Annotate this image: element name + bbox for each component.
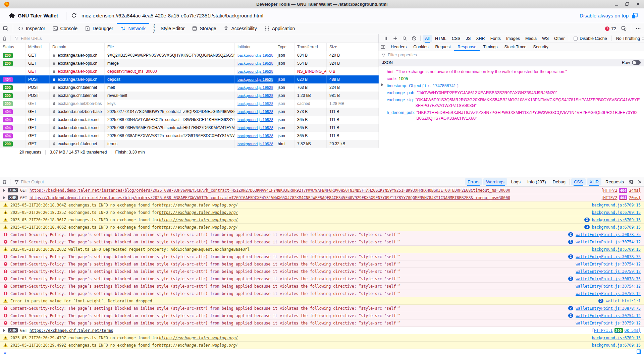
devtools-tab-inspector[interactable]: Inspector (14, 23, 49, 34)
throttling-select[interactable]: No Throttling (613, 36, 644, 41)
console-filter-debug[interactable]: Debug (550, 178, 568, 185)
table-row[interactable]: 404POSTexchange.taler-ops.chdepositbackg… (0, 75, 379, 83)
devtools-tab-accessibility[interactable]: Accessibility (220, 23, 260, 34)
source-link[interactable]: background.js:6709:15 (592, 225, 641, 230)
console-error-message[interactable]: Content-Security-Policy: The page’s sett… (0, 275, 644, 283)
source-link[interactable]: walletEntryPoint.js:30878:75 (576, 232, 641, 237)
source-link[interactable]: walletEntryPoint.js:30878:75 (576, 254, 641, 259)
initiator-link[interactable]: background.js:19528 (237, 59, 273, 67)
source-link[interactable]: walletEntryPoint.js:30754:12 (576, 262, 641, 266)
json-property-row[interactable]: exchange_sig:"GKJ4W6P01S3Q5MR2RG3G20XRMK… (379, 97, 644, 109)
source-link[interactable]: walletEntryPoint.js:30759:12 (576, 269, 641, 274)
request-filter-fonts[interactable]: Fonts (488, 35, 503, 42)
console-filter-info-207[interactable]: Info (207) (525, 178, 549, 185)
initiator-link[interactable]: background.js:19528 (237, 124, 273, 132)
column-header-size[interactable]: Size (327, 43, 379, 51)
source-link[interactable]: background.js:6709:15 (592, 218, 641, 222)
editor-mode-button[interactable] (636, 349, 642, 354)
request-filter-html[interactable]: HTML (433, 35, 449, 42)
console-warning-message[interactable]: 2025-05-21T20:20:18.325Z exchanges.ts IN… (0, 209, 644, 216)
source-link[interactable]: walletEntryPoint.js:30878:75 (576, 277, 641, 281)
console-filter-css[interactable]: CSS (571, 178, 586, 185)
message-link[interactable]: https://exchange.taler.wuplug.org/ (159, 210, 238, 215)
details-tab-timings[interactable]: Timings (480, 43, 501, 51)
initiator-link[interactable]: background.js:19528 (237, 116, 273, 124)
expand-arrow-icon[interactable] (3, 189, 5, 192)
initiator-link[interactable]: background.js:19528 (237, 83, 273, 92)
source-link[interactable]: walletEntryPoint.js:30754:12 (576, 240, 641, 244)
source-link[interactable]: background.js:6709:15 (592, 210, 641, 215)
close-window-button[interactable] (636, 2, 640, 6)
source-link[interactable]: walletEntryPoint.js:30754:12 (576, 284, 641, 289)
console-error-message[interactable]: Content-Security-Policy: The page’s sett… (0, 312, 644, 319)
console-network-message[interactable]: XHRGEThttps://exchange.chf.taler.net/ter… (0, 327, 644, 334)
column-header-status[interactable]: Status (0, 43, 25, 51)
initiator-link[interactable]: background.js:19528 (237, 140, 273, 148)
message-link[interactable]: https://exchange.taler.wuplug.org/ (159, 336, 238, 340)
request-filter-other[interactable]: Other (552, 35, 567, 42)
column-header-initiator[interactable]: Initiator (235, 43, 275, 51)
details-tab-stack-trace[interactable]: Stack Trace (501, 43, 530, 51)
pause-requests-button[interactable] (381, 34, 390, 43)
console-warning-message[interactable]: 2025-05-21T20:20:18.406Z exchanges.ts IN… (0, 224, 644, 231)
disable-always-on-top-link[interactable]: Disable always on top (580, 13, 629, 18)
json-property-row[interactable]: h_denom_pub:"GKK21HE5DBE5SXJRJT8JVZPZX4N… (379, 109, 644, 122)
table-row[interactable]: 200POSTexchange.chf.taler.netreveal-melt… (0, 92, 379, 100)
console-network-message[interactable]: XHRGEThttps://backend.demo.taler.net/ins… (0, 187, 644, 194)
responsive-design-button[interactable] (618, 23, 630, 34)
initiator-link[interactable]: background.js:19528 (237, 51, 273, 59)
devtools-tab-storage[interactable]: Storage (188, 23, 220, 34)
source-link[interactable]: walletEntryPoint.js:30759:12 (576, 291, 641, 296)
console-error-message[interactable]: Content-Security-Policy: The page’s sett… (0, 290, 644, 297)
devtools-menu-button[interactable] (633, 23, 644, 34)
close-console-button[interactable] (635, 177, 644, 187)
initiator-link[interactable]: background.js:19528 (237, 67, 273, 75)
console-filter-errors[interactable]: Errors (465, 178, 482, 185)
column-header-transferred[interactable]: Transferred (294, 43, 327, 51)
console-error-message[interactable]: Content-Security-Policy: The page’s sett… (0, 305, 644, 312)
console-network-message[interactable]: XHRGEThttps://backend.demo.taler.net/ins… (0, 194, 644, 201)
console-input-row[interactable]: » (0, 349, 644, 356)
message-link[interactable]: https://exchange.taler.wuplug.org/ (159, 218, 238, 222)
console-warning-message[interactable]: 2025-05-21T20:20:18.304Z exchanges.ts IN… (0, 201, 644, 209)
table-row[interactable]: 404GETbackend.demo.taler.net2025.088-03H… (0, 124, 379, 132)
request-filter-xhr[interactable]: XHR (474, 35, 487, 42)
initiator-link[interactable]: background.js:19528 (237, 92, 273, 100)
initiator-link[interactable]: background.js:19528 (237, 75, 273, 83)
request-status-link[interactable]: [HTTP/1.1200OK 5ms] (592, 328, 641, 333)
initiator-link[interactable]: background.js:19528 (237, 132, 273, 140)
clear-requests-button[interactable] (0, 34, 9, 43)
console-filter-xhr[interactable]: XHR (587, 178, 601, 185)
console-warning-message[interactable]: 2025-05-21T20:20:18.361Z exchanges.ts IN… (0, 216, 644, 224)
filter-urls-input[interactable] (21, 36, 378, 41)
source-link[interactable]: background.js:6709:15 (592, 203, 641, 207)
details-tab-response[interactable]: Response (454, 43, 480, 51)
clear-console-button[interactable] (0, 177, 9, 187)
expand-arrow-icon[interactable] (381, 83, 383, 86)
details-tab-headers[interactable]: Headers (387, 43, 410, 51)
collapse-details-button[interactable] (379, 43, 387, 51)
filter-output-input[interactable] (21, 180, 243, 184)
request-url-link[interactable]: https://backend.demo.taler.net/instances… (30, 188, 510, 193)
devtools-tab-style-editor[interactable]: { }Style Editor (149, 23, 189, 34)
console-warning-message[interactable]: 2025-05-21T20:20:29.499Z exchanges.ts IN… (0, 342, 644, 349)
minimize-button[interactable] (614, 2, 619, 6)
console-settings-button[interactable] (627, 177, 635, 187)
column-header-file[interactable]: File (105, 43, 235, 51)
always-on-top-icon[interactable] (631, 12, 638, 19)
table-row[interactable]: 200POSTexchange.chf.taler.netmeltbackgro… (0, 83, 379, 92)
source-link[interactable]: walletEntryPoint.js:30878:75 (576, 306, 641, 311)
table-row[interactable]: 404GETbackend.e.netzbon-basel.…2025.027-… (0, 108, 379, 116)
request-status-link[interactable]: [HTTP/240424ms] (601, 188, 641, 193)
console-warning-message[interactable]: 2025-05-21T20:20:28.203Z wallet.ts INFO … (0, 246, 644, 253)
console-error-message[interactable]: Content-Security-Policy: The page’s sett… (0, 253, 644, 260)
source-link[interactable]: wallet.html:1:1 (606, 299, 641, 303)
console-error-message[interactable]: Content-Security-Policy: The page’s sett… (0, 319, 644, 327)
console-error-message[interactable]: Content-Security-Policy: The page’s sett… (0, 231, 644, 238)
request-filter-all[interactable]: All (423, 35, 432, 42)
details-tab-request[interactable]: Request (432, 43, 454, 51)
raw-toggle-switch[interactable] (632, 60, 641, 65)
source-link[interactable]: background.js:6709:15 (592, 343, 641, 348)
request-filter-media[interactable]: Media (523, 35, 539, 42)
source-link[interactable]: walletEntryPoint.js:30754:12 (576, 313, 641, 318)
